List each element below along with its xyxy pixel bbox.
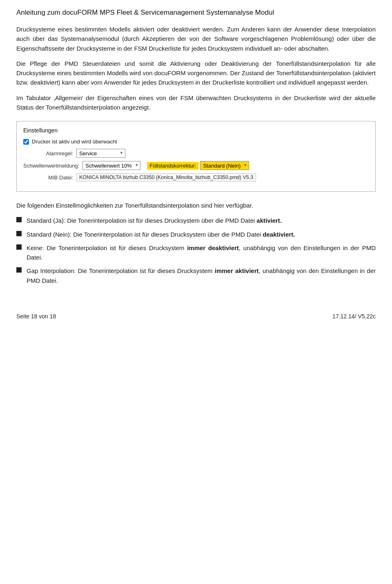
alarmregel-dropdown[interactable]: Service: [76, 149, 125, 158]
bullet-icon: [16, 231, 22, 236]
settings-box-title: Einstellungen: [23, 127, 369, 134]
paragraph-3: Im Tabulator ‚Allgemein' der Eigenschaft…: [16, 93, 376, 112]
list-item: Keine: Die Tonerinterpolation ist für di…: [16, 243, 376, 262]
checkbox-row: Drucker ist aktiv und wird überwacht: [23, 139, 369, 145]
schwellenwert-dropdown-wrapper: Schwellenwert 10%: [82, 161, 140, 170]
schwelle-row: Schwellenwertmeldung: Schwellenwert 10% …: [23, 161, 369, 170]
settings-box: Einstellungen Drucker ist aktiv und wird…: [16, 121, 376, 192]
alarmregel-row: Alarmregel: Service: [23, 149, 369, 158]
schwellenwert-dropdown[interactable]: Schwellenwert 10%: [82, 161, 140, 170]
list-item: Standard (Ja): Die Tonerinterpolation is…: [16, 216, 376, 225]
paragraph-2: Die Pflege der PMD Steuerdateien und som…: [16, 59, 376, 87]
list-item: Standard (Nein): Die Tonerinterpolation …: [16, 230, 376, 239]
bullet-list: Standard (Ja): Die Tonerinterpolation is…: [16, 216, 376, 285]
mib-label: MIB Datei:: [23, 175, 76, 181]
fuellstands-dropdown-wrapper: Standard (Nein): [200, 161, 249, 170]
version-info: 17.12.14/ V5.22c: [332, 313, 376, 320]
alarmregel-label: Alarmregel:: [23, 150, 76, 157]
list-item-text: Standard (Nein): Die Tonerinterpolation …: [27, 230, 295, 239]
paragraph-after-settings: Die folgenden Einstellmöglichkeiten zur …: [16, 201, 376, 210]
fuellstands-label-highlight: Füllstandskorrektur:: [147, 162, 198, 170]
bullet-icon: [16, 267, 22, 273]
mib-value: KONICA MINOLTA bizhub C3350 (Konica_Mino…: [76, 173, 256, 181]
mib-row: MIB Datei: KONICA MINOLTA bizhub C3350 (…: [23, 173, 369, 181]
alarmregel-dropdown-wrapper: Service: [76, 149, 125, 158]
bullet-icon: [16, 217, 22, 222]
bullet-icon: [16, 244, 22, 250]
list-item-text: Gap Interpolation: Die Tonerinterpolatio…: [27, 266, 376, 285]
list-item-text: Standard (Ja): Die Tonerinterpolation is…: [27, 216, 282, 225]
paragraph-1: Drucksysteme eines bestimmten Modells ak…: [16, 25, 376, 53]
footer: Seite 18 von 18 17.12.14/ V5.22c: [16, 310, 376, 320]
checkbox-label: Drucker ist aktiv und wird überwacht: [32, 139, 117, 145]
fuellstands-dropdown[interactable]: Standard (Nein): [200, 161, 249, 170]
list-item: Gap Interpolation: Die Tonerinterpolatio…: [16, 266, 376, 285]
schwellenwert-label: Schwellenwertmeldung:: [23, 163, 82, 169]
list-item-text: Keine: Die Tonerinterpolation ist für di…: [27, 243, 376, 262]
page-title: Anleitung zum docuFORM MPS Fleet & Servi…: [16, 8, 376, 17]
page-info: Seite 18 von 18: [16, 313, 56, 320]
drucker-aktiv-checkbox[interactable]: [23, 139, 29, 145]
